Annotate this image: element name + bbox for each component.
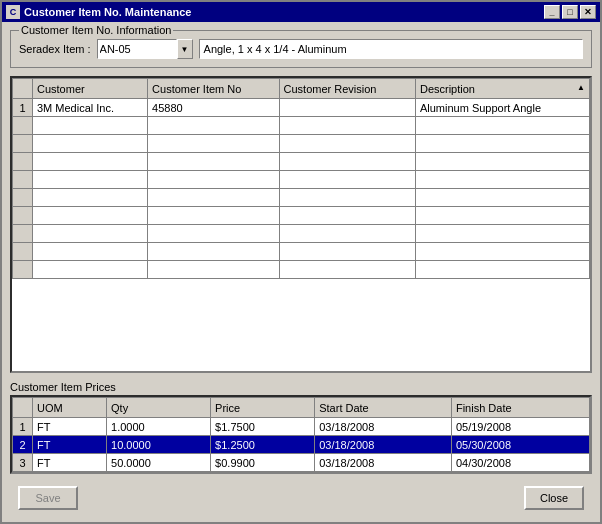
price-start-2[interactable]: 03/18/2008 bbox=[315, 436, 452, 454]
maximize-button[interactable]: □ bbox=[562, 5, 578, 19]
items-table-header-row: Customer Customer Item No Customer Revis… bbox=[13, 79, 590, 99]
customer-cell[interactable]: 3M Medical Inc. bbox=[33, 99, 148, 117]
price-uom-1[interactable]: FT bbox=[33, 418, 107, 436]
table-row-empty bbox=[13, 153, 590, 171]
price-col-finish-date: Finish Date bbox=[451, 398, 589, 418]
table-row-empty bbox=[13, 207, 590, 225]
price-row-num-3: 3 bbox=[13, 454, 33, 472]
seradex-label: Seradex Item : bbox=[19, 43, 91, 55]
seradex-input[interactable] bbox=[97, 39, 177, 59]
seradex-description: Angle, 1 x 4 x 1/4 - Aluminum bbox=[199, 39, 583, 59]
seradex-combo: ▼ bbox=[97, 39, 193, 59]
customer-revision-cell[interactable] bbox=[279, 99, 415, 117]
price-row-3: 3 FT 50.0000 $0.9900 03/18/2008 04/30/20… bbox=[13, 454, 590, 472]
price-row-1: 1 FT 1.0000 $1.7500 03/18/2008 05/19/200… bbox=[13, 418, 590, 436]
table-row: 1 3M Medical Inc. 45880 Aluminum Support… bbox=[13, 99, 590, 117]
items-table-section: Customer Customer Item No Customer Revis… bbox=[10, 76, 592, 373]
col-header-customer-revision: Customer Revision bbox=[279, 79, 415, 99]
price-qty-3[interactable]: 50.0000 bbox=[107, 454, 211, 472]
save-button[interactable]: Save bbox=[18, 486, 78, 510]
price-col-price: Price bbox=[211, 398, 315, 418]
prices-table: UOM Qty Price Start Date Finish Date 1 F… bbox=[12, 397, 590, 472]
seradex-row: Seradex Item : ▼ Angle, 1 x 4 x 1/4 - Al… bbox=[19, 39, 583, 59]
price-start-3[interactable]: 03/18/2008 bbox=[315, 454, 452, 472]
customer-item-no-cell[interactable]: 45880 bbox=[148, 99, 279, 117]
col-header-customer-item-no: Customer Item No bbox=[148, 79, 279, 99]
price-price-1[interactable]: $1.7500 bbox=[211, 418, 315, 436]
price-col-qty: Qty bbox=[107, 398, 211, 418]
title-bar-buttons: _ □ ✕ bbox=[544, 5, 596, 19]
group-box-title: Customer Item No. Information bbox=[19, 24, 173, 36]
sort-icon: ▲ bbox=[577, 83, 585, 92]
price-col-uom: UOM bbox=[33, 398, 107, 418]
prices-section: Customer Item Prices UOM Qty Price Start… bbox=[10, 381, 592, 474]
minimize-button[interactable]: _ bbox=[544, 5, 560, 19]
window-title: Customer Item No. Maintenance bbox=[24, 6, 544, 18]
title-bar: C Customer Item No. Maintenance _ □ ✕ bbox=[2, 2, 600, 22]
price-row-2: 2 FT 10.0000 $1.2500 03/18/2008 05/30/20… bbox=[13, 436, 590, 454]
prices-header-row: UOM Qty Price Start Date Finish Date bbox=[13, 398, 590, 418]
prices-label: Customer Item Prices bbox=[10, 381, 592, 393]
table-row-empty bbox=[13, 243, 590, 261]
price-row-num-1: 1 bbox=[13, 418, 33, 436]
table-row-empty bbox=[13, 189, 590, 207]
col-header-customer: Customer bbox=[33, 79, 148, 99]
customer-info-group: Customer Item No. Information Seradex It… bbox=[10, 30, 592, 68]
price-finish-3[interactable]: 04/30/2008 bbox=[451, 454, 589, 472]
table-row-empty bbox=[13, 261, 590, 279]
table-row-empty bbox=[13, 117, 590, 135]
price-price-2[interactable]: $1.2500 bbox=[211, 436, 315, 454]
price-col-num bbox=[13, 398, 33, 418]
main-window: C Customer Item No. Maintenance _ □ ✕ Cu… bbox=[0, 0, 602, 524]
price-qty-1[interactable]: 1.0000 bbox=[107, 418, 211, 436]
price-finish-2[interactable]: 05/30/2008 bbox=[451, 436, 589, 454]
footer-bar: Save Close bbox=[10, 482, 592, 514]
price-start-1[interactable]: 03/18/2008 bbox=[315, 418, 452, 436]
price-uom-3[interactable]: FT bbox=[33, 454, 107, 472]
close-button[interactable]: Close bbox=[524, 486, 584, 510]
table-row-empty bbox=[13, 171, 590, 189]
price-row-num-2: 2 bbox=[13, 436, 33, 454]
items-table-wrapper: Customer Customer Item No Customer Revis… bbox=[10, 76, 592, 373]
table-row-empty bbox=[13, 135, 590, 153]
description-cell[interactable]: Aluminum Support Angle bbox=[415, 99, 589, 117]
window-icon: C bbox=[6, 5, 20, 19]
price-qty-2[interactable]: 10.0000 bbox=[107, 436, 211, 454]
table-row-empty bbox=[13, 225, 590, 243]
col-header-description: Description ▲ bbox=[415, 79, 589, 99]
price-price-3[interactable]: $0.9900 bbox=[211, 454, 315, 472]
seradex-dropdown-arrow[interactable]: ▼ bbox=[177, 39, 193, 59]
close-window-button[interactable]: ✕ bbox=[580, 5, 596, 19]
prices-table-wrapper: UOM Qty Price Start Date Finish Date 1 F… bbox=[10, 395, 592, 474]
col-header-num bbox=[13, 79, 33, 99]
window-body: Customer Item No. Information Seradex It… bbox=[2, 22, 600, 522]
row-num-cell: 1 bbox=[13, 99, 33, 117]
price-uom-2[interactable]: FT bbox=[33, 436, 107, 454]
items-table: Customer Customer Item No Customer Revis… bbox=[12, 78, 590, 279]
price-finish-1[interactable]: 05/19/2008 bbox=[451, 418, 589, 436]
price-col-start-date: Start Date bbox=[315, 398, 452, 418]
